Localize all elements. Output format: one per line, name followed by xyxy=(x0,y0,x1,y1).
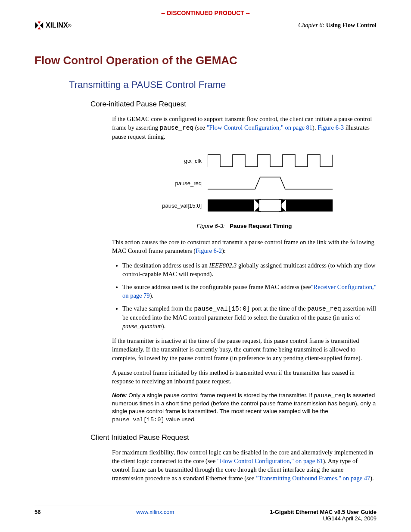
li2-a: The source address used is the configura… xyxy=(122,283,311,290)
page-header: XILINX® Chapter 6: Using Flow Control xyxy=(34,21,377,33)
p5-c: ). xyxy=(370,475,374,482)
page-footer: 56 www.xilinx.com 1-Gigabit Ethernet MAC… xyxy=(34,505,377,522)
li1-a: The destination address used is an xyxy=(122,262,209,269)
footer-docid: UG144 April 24, 2009 xyxy=(323,515,377,522)
li1-em: IEEE802.3 xyxy=(209,262,237,269)
note-label: Note: xyxy=(112,392,127,398)
note-block: Note: Only a single pause control frame … xyxy=(112,392,377,424)
footer-title: 1-Gigabit Ethernet MAC v8.5 User Guide xyxy=(270,509,377,515)
link-flow-control-config-2[interactable]: "Flow Control Configuration," on page 81 xyxy=(217,457,323,464)
bullet-list: The destination address used is an IEEE8… xyxy=(112,261,377,330)
figure-caption: Figure 6-3: Pause Request Timing xyxy=(112,223,377,229)
li2-b: ). xyxy=(150,292,153,299)
paragraph-2: This action causes the core to construct… xyxy=(112,238,377,255)
figure-caption-title: Pause Request Timing xyxy=(230,223,292,229)
li3-b: port at the time of the xyxy=(250,305,307,312)
paragraph-3: If the transmitter is inactive at the ti… xyxy=(112,336,377,362)
heading-3-client: Client Initiated Pause Request xyxy=(90,433,377,442)
link-flow-control-config-1[interactable]: "Flow Control Configuration," on page 81 xyxy=(207,124,312,131)
li3-code2: pause_req xyxy=(307,305,341,312)
timing-label-pause-req: pause_req xyxy=(152,180,208,187)
p1-code: pause_req xyxy=(160,124,193,131)
heading-2: Transmitting a PAUSE Control Frame xyxy=(69,79,377,90)
paragraph-1: If the GEMAC core is configured to suppo… xyxy=(112,115,377,141)
heading-1: Flow Control Operation of the GEMAC xyxy=(34,54,377,67)
list-item: The destination address used is an IEEE8… xyxy=(122,261,377,278)
chapter-prefix: Chapter 6: xyxy=(298,22,324,28)
footer-doc-info: 1-Gigabit Ethernet MAC v8.5 User Guide U… xyxy=(270,509,377,522)
footer-url[interactable]: www.xilinx.com xyxy=(136,509,174,522)
list-item: The source address used is the configura… xyxy=(122,283,377,300)
figure-6-3: gtx_clk pause_req pause_val[15:0] xyxy=(112,149,377,229)
paragraph-5: For maximum flexibility, flow control lo… xyxy=(112,448,377,482)
link-figure-6-3[interactable]: Figure 6-3 xyxy=(318,124,344,131)
page-number: 56 xyxy=(34,509,40,522)
waveform-pause-val xyxy=(208,194,333,217)
timing-label-pause-val: pause_val[15:0] xyxy=(152,202,208,209)
svg-rect-1 xyxy=(259,199,281,212)
link-transmitting-outbound[interactable]: "Transmitting Outbound Frames," on page … xyxy=(256,475,370,482)
timing-label-gtx-clk: gtx_clk xyxy=(152,158,208,164)
chapter-title: Using Flow Control xyxy=(326,22,377,28)
xilinx-logo: XILINX® xyxy=(34,21,72,30)
paragraph-4: A pause control frame initiated by this … xyxy=(112,368,377,386)
heading-3-core: Core-initiated Pause Request xyxy=(90,100,377,109)
waveform-pause-req xyxy=(208,172,333,194)
p1-text-b: (see xyxy=(193,124,207,131)
link-figure-6-2[interactable]: Figure 6-2 xyxy=(196,247,222,254)
list-item: The value sampled from the pause_val[15:… xyxy=(122,304,377,330)
waveform-gtx-clk xyxy=(208,149,333,172)
p2-text-a: This action causes the core to construct… xyxy=(112,239,374,254)
chapter-label: Chapter 6: Using Flow Control xyxy=(298,22,377,29)
note-code2: pause_val[15:0] xyxy=(112,417,165,423)
note-a: Only a single pause control frame reques… xyxy=(127,392,314,398)
p1-text-c: ). xyxy=(312,124,318,131)
xilinx-logo-icon xyxy=(34,21,44,30)
discontinued-banner: -- DISCONTINUED PRODUCT -- xyxy=(34,0,377,16)
li3-code1: pause_val[15:0] xyxy=(194,305,250,312)
li3-em: pause_quantum xyxy=(122,323,162,330)
li3-a: The value sampled from the xyxy=(122,305,194,312)
p2-text-b: ): xyxy=(222,247,226,254)
li3-d: ). xyxy=(162,323,165,330)
note-code1: pause_req xyxy=(314,392,345,399)
figure-caption-number: Figure 6-3: xyxy=(196,223,224,229)
logo-text: XILINX xyxy=(46,22,68,29)
note-c: value used. xyxy=(165,416,196,423)
